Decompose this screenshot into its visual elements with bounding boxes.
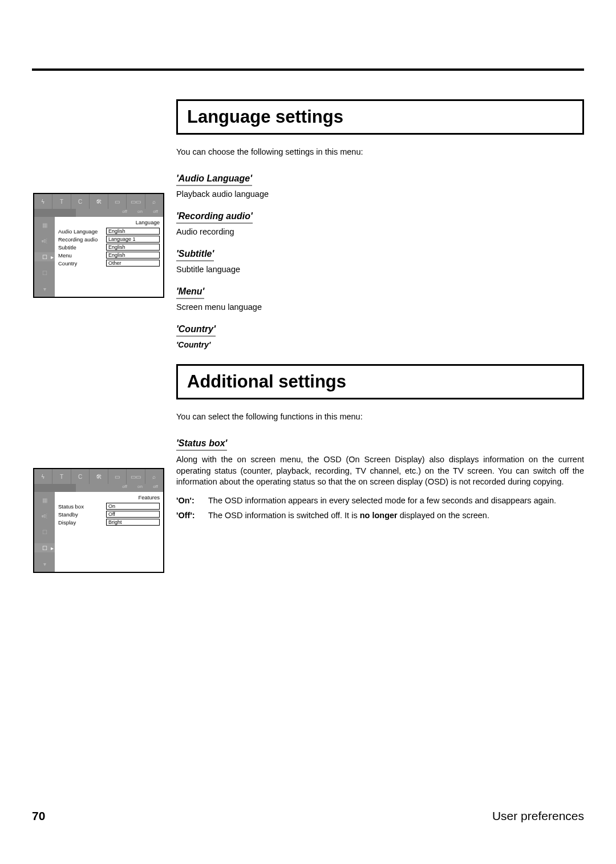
sub-text: Subtitle language	[176, 265, 584, 274]
def-key: 'On':	[176, 496, 208, 505]
tv-icon: ▭	[108, 194, 127, 209]
sound-icon: 🕬	[39, 236, 50, 245]
osd-sub-lbl: off	[117, 484, 132, 492]
content-column: Language settings You can choose the fol…	[176, 99, 584, 520]
osd-panel-title: Features	[58, 494, 160, 500]
osd-corner	[34, 484, 76, 492]
osd-row: DisplayBright	[58, 519, 160, 526]
setting-recording-audio: 'Recording audio' Audio recording	[176, 211, 584, 236]
sub-heading: 'Subtitle'	[176, 249, 214, 261]
osd-row: CountryOther	[58, 260, 160, 267]
osd-body: ▦ 🕬 ☐▸ ☐ ▾ Language Audio LanguageEnglis…	[34, 217, 163, 297]
sound-icon: 🕬	[39, 511, 50, 520]
osd-panel: Features Status boxOn StandbyOff Display…	[55, 492, 163, 572]
osd-val: Off	[106, 511, 160, 518]
setting-subtitle: 'Subtitle' Subtitle language	[176, 249, 584, 274]
osd-panel-title: Language	[58, 219, 160, 225]
tab-t: T	[52, 469, 71, 484]
setting-status-box: 'Status box' Along with the on screen me…	[176, 438, 584, 520]
osd-sub-row: off on off	[34, 209, 163, 217]
search-icon: ⌕	[145, 194, 163, 209]
features-icon: ☐▸	[34, 543, 55, 552]
cassette-icon: ▭▭	[127, 194, 145, 209]
tab-c: C	[71, 469, 90, 484]
search-icon: ⌕	[145, 469, 163, 484]
osd-val: Bright	[106, 519, 160, 526]
osd-sub-lbl: off	[148, 209, 163, 217]
osd-key: Menu	[58, 252, 106, 259]
osd-key: Subtitle	[58, 244, 106, 251]
intro-text: You can choose the following settings in…	[176, 147, 584, 156]
tab-c: C	[71, 194, 90, 209]
osd-panel: Language Audio LanguageEnglish Recording…	[55, 217, 163, 297]
osd-tab-row: ϟ T C 🛠 ▭ ▭▭ ⌕	[34, 194, 163, 209]
def-val-bold: no longer	[360, 511, 398, 520]
osd-sub-lbl: on	[132, 209, 148, 217]
section-title: Language settings	[187, 107, 573, 127]
features-icon: ☐	[39, 268, 50, 277]
osd-row: MenuEnglish	[58, 252, 160, 259]
sub-heading: 'Status box'	[176, 438, 227, 451]
setting-country: 'Country' 'Country'	[176, 324, 584, 349]
osd-row: Audio LanguageEnglish	[58, 228, 160, 235]
osd-key: Recording audio	[58, 236, 106, 243]
sub-text: Playback audio language	[176, 189, 584, 199]
section-title: Additional settings	[187, 372, 573, 392]
osd-val: On	[106, 503, 160, 510]
antenna-icon: ϟ	[34, 194, 52, 209]
language-icon: ☐▸	[34, 252, 55, 261]
status-paragraph: Along with the on screen menu, the OSD (…	[176, 454, 584, 488]
osd-row: SubtitleEnglish	[58, 244, 160, 251]
language-icon: ☐	[39, 527, 50, 536]
sub-heading: 'Country'	[176, 324, 216, 337]
sub-heading: 'Audio Language'	[176, 173, 252, 186]
osd-val: English	[106, 252, 160, 259]
osd-row: StandbyOff	[58, 511, 160, 518]
sub-text: Screen menu language	[176, 302, 584, 312]
osd-val: Other	[106, 260, 160, 267]
wrench-icon: 🛠	[90, 194, 108, 209]
cassette-icon: ▭▭	[127, 469, 145, 484]
def-on: 'On': The OSD information appears in eve…	[176, 496, 584, 505]
osd-features-figure: ϟ T C 🛠 ▭ ▭▭ ⌕ off on off ▦ 🕬 ☐ ☐▸ ▾ Fea…	[33, 468, 164, 573]
osd-val: English	[106, 244, 160, 251]
osd-sub-row: off on off	[34, 484, 163, 492]
antenna-icon: ϟ	[34, 469, 52, 484]
sub-heading: 'Menu'	[176, 286, 204, 299]
osd-key: Status box	[58, 503, 106, 510]
page-footer: 70 User preferences	[32, 809, 584, 823]
def-val: The OSD information is switched off. It …	[208, 511, 584, 520]
osd-sidebar: ▦ 🕬 ☐ ☐▸ ▾	[34, 492, 55, 572]
sub-text: Audio recording	[176, 227, 584, 236]
osd-corner	[34, 209, 76, 217]
wrench-icon: 🛠	[90, 469, 108, 484]
tab-t: T	[52, 194, 71, 209]
sub-text-country: 'Country'	[176, 340, 584, 349]
setting-audio-language: 'Audio Language' Playback audio language	[176, 173, 584, 199]
osd-row: Recording audioLanguage 1	[58, 236, 160, 243]
picture-icon: ▦	[39, 495, 50, 504]
def-val: The OSD information appears in every sel…	[208, 496, 584, 505]
osd-sidebar: ▦ 🕬 ☐▸ ☐ ▾	[34, 217, 55, 297]
footer-title: User preferences	[492, 809, 584, 823]
intro-text: You can select the following functions i…	[176, 412, 584, 421]
def-off: 'Off': The OSD information is switched o…	[176, 511, 584, 520]
osd-body: ▦ 🕬 ☐ ☐▸ ▾ Features Status boxOn Standby…	[34, 492, 163, 572]
osd-sub-lbl: on	[132, 484, 148, 492]
sub-heading: 'Recording audio'	[176, 211, 253, 224]
section-heading-additional: Additional settings	[176, 364, 584, 399]
osd-val: English	[106, 228, 160, 235]
tv-icon: ▭	[108, 469, 127, 484]
page-number: 70	[32, 809, 45, 823]
chevron-down-icon: ▾	[39, 284, 50, 293]
top-rule	[32, 68, 584, 71]
osd-sub-lbl: off	[117, 209, 132, 217]
osd-key: Display	[58, 519, 106, 526]
setting-menu: 'Menu' Screen menu language	[176, 286, 584, 312]
osd-sub-lbl: off	[148, 484, 163, 492]
chevron-down-icon: ▾	[39, 559, 50, 568]
def-key: 'Off':	[176, 511, 208, 520]
osd-language-figure: ϟ T C 🛠 ▭ ▭▭ ⌕ off on off ▦ 🕬 ☐▸ ☐ ▾ Lan…	[33, 193, 164, 298]
section-heading-language: Language settings	[176, 99, 584, 135]
osd-key: Standby	[58, 511, 106, 518]
